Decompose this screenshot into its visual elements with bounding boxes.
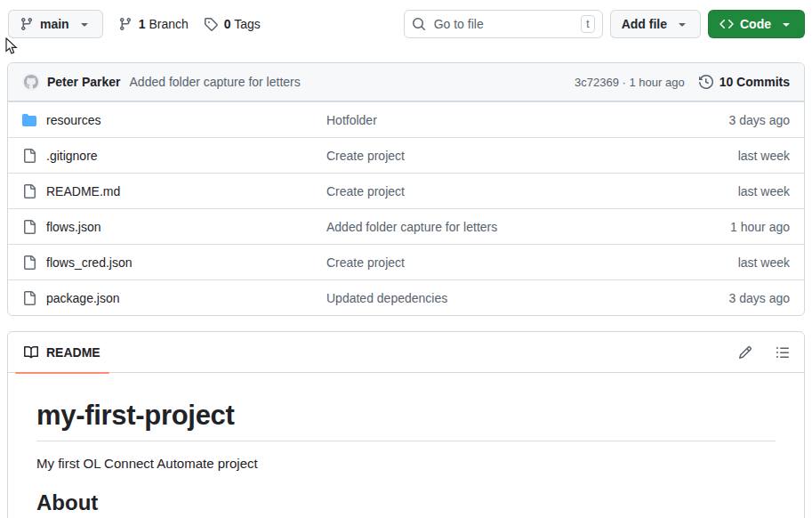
edit-pencil-icon[interactable] (738, 345, 752, 360)
search-shortcut-key: t (581, 15, 594, 33)
branch-selector-label: main (40, 17, 69, 31)
readme-header-actions (738, 345, 790, 360)
branch-count: 1 (139, 17, 146, 31)
readme-about-heading: About (36, 490, 776, 515)
book-icon (24, 345, 38, 360)
outline-list-icon[interactable] (776, 345, 790, 360)
chevron-down-icon (675, 17, 689, 31)
file-name-cell: resources (22, 113, 326, 127)
branch-count-label: Branch (149, 17, 188, 31)
row-commit-message-link[interactable]: Create project (326, 184, 647, 198)
tag-count-label: Tags (234, 17, 261, 31)
row-commit-date: 3 days ago (647, 291, 790, 305)
history-icon (699, 75, 713, 89)
commits-count-label: 10 Commits (720, 75, 790, 89)
file-icon (22, 149, 36, 163)
readme-card: README my-first-project My first OL Conn… (7, 331, 805, 518)
file-link[interactable]: package.json (46, 291, 120, 305)
tag-count: 0 (224, 17, 231, 31)
file-link[interactable]: README.md (46, 184, 120, 198)
code-button-label: Code (740, 17, 771, 31)
chevron-down-icon (779, 17, 793, 31)
readme-title: my-first-project (36, 400, 776, 441)
table-row[interactable]: README.md Create project last week (8, 173, 804, 208)
file-icon (22, 255, 36, 270)
readme-header: README (8, 332, 804, 373)
mouse-cursor (5, 37, 19, 55)
latest-commit-bar: Peter Parker Added folder capture for le… (8, 63, 804, 101)
branch-selector-button[interactable]: main (8, 10, 103, 38)
commit-author-link[interactable]: Peter Parker (47, 75, 121, 89)
row-commit-date: last week (647, 184, 790, 198)
readme-tab-label: README (46, 345, 100, 360)
add-file-label: Add file (622, 17, 667, 31)
row-commit-message-link[interactable]: Added folder capture for letters (326, 220, 647, 234)
table-row[interactable]: package.json Updated depedencies 3 days … (8, 279, 804, 315)
table-row[interactable]: .gitignore Create project last week (8, 137, 804, 173)
table-row[interactable]: flows.json Added folder capture for lett… (8, 208, 804, 244)
file-link[interactable]: resources (46, 113, 100, 127)
file-link[interactable]: flows_cred.json (46, 255, 133, 270)
search-input[interactable] (432, 16, 575, 32)
avatar[interactable] (22, 73, 40, 91)
readme-content: my-first-project My first OL Connect Aut… (8, 373, 804, 518)
row-commit-message-link[interactable]: Create project (326, 149, 647, 163)
branches-link[interactable]: 1 Branch (118, 17, 189, 31)
file-name-cell: .gitignore (22, 149, 326, 163)
file-link[interactable]: flows.json (46, 220, 100, 234)
table-row[interactable]: resources Hotfolder 3 days ago (8, 101, 804, 137)
commit-sha-time-link[interactable]: 3c72369 · 1 hour ago (575, 76, 685, 89)
readme-description: My first OL Connect Automate project (36, 456, 776, 471)
file-name-cell: flows_cred.json (22, 255, 326, 270)
search-icon (412, 17, 426, 31)
git-branch-icon (20, 17, 34, 31)
row-commit-date: 3 days ago (647, 113, 790, 127)
row-commit-date: last week (647, 149, 790, 163)
file-icon (22, 184, 36, 198)
commit-bar-right: 3c72369 · 1 hour ago 10 Commits (575, 75, 790, 89)
repo-toolbar: main 1 Branch 0 Tags t Add file Co (0, 0, 812, 39)
file-icon (22, 220, 36, 234)
row-commit-message-link[interactable]: Create project (326, 255, 647, 270)
file-link[interactable]: .gitignore (46, 149, 98, 163)
chevron-down-icon (77, 17, 92, 31)
file-icon (22, 291, 36, 305)
row-commit-message-link[interactable]: Hotfolder (326, 113, 647, 127)
file-name-cell: package.json (22, 291, 326, 305)
row-commit-date: last week (647, 255, 790, 270)
tags-link[interactable]: 0 Tags (204, 17, 261, 31)
commits-history-link[interactable]: 10 Commits (699, 75, 790, 89)
code-icon (720, 17, 734, 31)
commit-message-link[interactable]: Added folder capture for letters (130, 75, 301, 89)
row-commit-message-link[interactable]: Updated depedencies (326, 291, 647, 305)
go-to-file-search[interactable]: t (404, 10, 603, 38)
table-row[interactable]: flows_cred.json Create project last week (8, 244, 804, 279)
tab-readme[interactable]: README (15, 332, 109, 373)
file-name-cell: README.md (22, 184, 326, 198)
code-button[interactable]: Code (708, 10, 805, 38)
file-browser-card: Peter Parker Added folder capture for le… (7, 62, 805, 316)
row-commit-date: 1 hour ago (647, 220, 790, 234)
tag-icon (204, 17, 218, 31)
folder-icon (22, 113, 36, 127)
git-branch-icon (118, 17, 133, 31)
file-name-cell: flows.json (22, 220, 326, 234)
add-file-button[interactable]: Add file (610, 10, 701, 38)
